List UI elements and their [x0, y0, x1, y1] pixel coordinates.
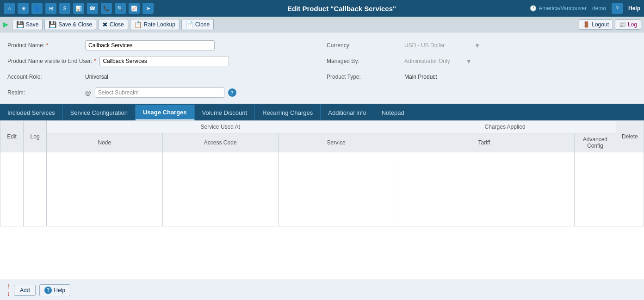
service-used-at-header: Service Used At [47, 121, 394, 133]
nav-right: 🕐 America/Vancouver demo ? Help [530, 3, 640, 14]
managed-by-row: Managed By: Administrator Only ▼ [327, 55, 637, 68]
log-icon: 📰 [619, 21, 626, 28]
account-role-row: Account Role: Universal [7, 70, 317, 83]
currency-value: USD - US Dollar [404, 42, 445, 49]
delete-column-header: Delete [616, 121, 644, 152]
tab-notepad[interactable]: Notepad [374, 105, 412, 120]
product-type-row: Product Type: Main Product [327, 70, 637, 83]
search-icon[interactable]: 🔍 [115, 3, 126, 14]
clone-icon: 📄 [186, 21, 193, 28]
graph-icon[interactable]: 📈 [129, 3, 140, 14]
service-column-header: Service [278, 133, 394, 152]
product-name-label: Product Name: * [7, 42, 81, 49]
logout-icon: 🚪 [583, 21, 590, 28]
phone2-icon[interactable]: 📞 [101, 3, 112, 14]
nav-icons: ⌂ ⊞ 👤 ⊞ $ 📊 ☎ 📞 🔍 📈 ➤ [4, 3, 154, 14]
clock-icon: 🕐 [530, 5, 537, 12]
save-close-icon: 💾 [49, 21, 56, 28]
account-role-value: Universal [85, 74, 108, 80]
save-close-button[interactable]: 💾 Save & Close [44, 19, 96, 30]
product-name-row: Product Name: * [7, 39, 317, 52]
tab-included-services[interactable]: Included Services [0, 105, 63, 120]
tab-service-configuration[interactable]: Service Configuration [63, 105, 136, 120]
managed-by-wrapper: Administrator Only ▼ [404, 58, 472, 65]
rate-lookup-button[interactable]: 📋 Rate Lookup [130, 19, 180, 30]
charges-applied-header: Charges Applied [394, 121, 616, 133]
advanced-config-column-header: Advanced Config [574, 133, 616, 152]
home-icon[interactable]: ⌂ [4, 3, 15, 14]
node-column-header: Node [47, 133, 162, 152]
log-column-header: Log [24, 121, 47, 152]
save-button[interactable]: 💾 Save [12, 19, 43, 30]
product-type-label: Product Type: [327, 74, 401, 80]
grid-icon[interactable]: ⊞ [18, 3, 29, 14]
play-button[interactable]: ▶ [3, 20, 8, 29]
realm-at-symbol: @ [85, 89, 91, 96]
product-type-value: Main Product [404, 74, 437, 80]
currency-arrow-icon: ▼ [474, 42, 480, 49]
log-button[interactable]: 📰 Log [615, 19, 641, 30]
tab-volume-discount[interactable]: Volume Discount [195, 105, 255, 120]
tariff-column-header: Tariff [394, 133, 574, 152]
product-name-visible-row: Product Name visible to End User: * [7, 55, 317, 68]
product-name-visible-label: Product Name visible to End User: * [7, 58, 96, 64]
help-label[interactable]: Help [628, 5, 640, 12]
tabs-bar: Included Services Service Configuration … [0, 105, 644, 120]
managed-by-label: Managed By: [327, 58, 401, 64]
table-area: Edit Log Service Used At Charges Applied… [0, 120, 644, 226]
tab-usage-charges[interactable]: Usage Charges [136, 105, 195, 120]
save-icon: 💾 [16, 21, 24, 28]
realm-help-icon[interactable]: ? [228, 88, 236, 97]
managed-by-arrow-icon: ▼ [466, 58, 472, 65]
toolbar: ▶ 💾 Save 💾 Save & Close ✖ Close 📋 Rate L… [0, 17, 644, 32]
close-button[interactable]: ✖ Close [98, 19, 128, 30]
tab-recurring-charges[interactable]: Recurring Charges [255, 105, 321, 120]
top-nav-bar: ⌂ ⊞ 👤 ⊞ $ 📊 ☎ 📞 🔍 📈 ➤ Edit Product "Call… [0, 0, 644, 17]
account-role-label: Account Role: [7, 74, 81, 80]
user-display: demo [592, 5, 606, 12]
currency-row: Currency: USD - US Dollar ▼ [327, 39, 637, 52]
product-name-visible-input[interactable] [99, 56, 229, 66]
dollar-icon[interactable]: $ [59, 3, 70, 14]
empty-row [0, 152, 644, 226]
form-grid: Product Name: * Product Name visible to … [7, 39, 637, 99]
clone-button[interactable]: 📄 Clone [181, 19, 214, 30]
table-header-row-1: Edit Log Service Used At Charges Applied… [0, 121, 644, 133]
managed-by-value: Administrator Only [404, 58, 450, 64]
page-title: Edit Product "Callback Services" [154, 5, 530, 12]
realm-label: Realm: [7, 89, 81, 96]
rate-lookup-icon: 📋 [134, 21, 142, 28]
person-icon[interactable]: 👤 [31, 3, 43, 14]
apps-icon[interactable]: ⊞ [45, 3, 56, 14]
currency-wrapper: USD - US Dollar ▼ [404, 42, 480, 49]
phone-icon[interactable]: ☎ [87, 3, 98, 14]
arrow-icon[interactable]: ➤ [142, 3, 154, 14]
logout-button[interactable]: 🚪 Logout [579, 19, 613, 30]
access-code-column-header: Access Code [162, 133, 278, 152]
table-body [0, 152, 644, 226]
chart-icon[interactable]: 📊 [73, 3, 84, 14]
tab-additional-info[interactable]: Additional Info [321, 105, 374, 120]
product-name-input[interactable] [85, 40, 215, 50]
close-icon: ✖ [102, 21, 108, 28]
charges-table: Edit Log Service Used At Charges Applied… [0, 120, 644, 226]
subrealm-wrapper: Select Subrealm [95, 88, 224, 98]
realm-row: Realm: @ Select Subrealm ? [7, 86, 317, 99]
currency-label: Currency: [327, 42, 401, 49]
timezone-display: 🕐 America/Vancouver [530, 5, 587, 12]
form-area: Product Name: * Product Name visible to … [0, 32, 644, 105]
table-header-row-2: Node Access Code Service Tariff Advanced… [0, 133, 644, 152]
help-icon-nav[interactable]: ? [612, 3, 623, 14]
edit-column-header: Edit [0, 121, 24, 152]
subrealm-select[interactable]: Select Subrealm [95, 88, 224, 98]
